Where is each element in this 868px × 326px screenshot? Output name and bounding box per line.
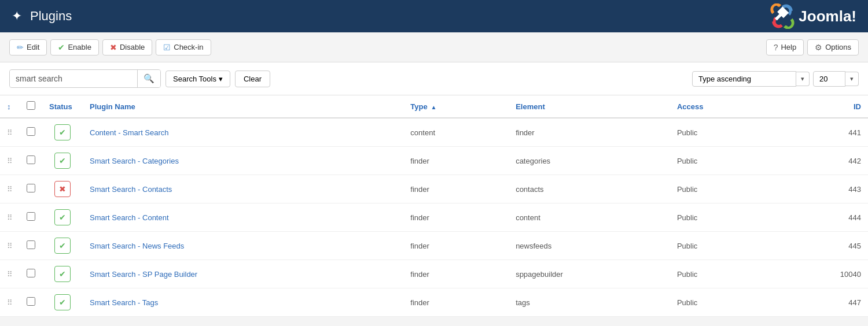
status-cell: ✔ bbox=[42, 203, 83, 232]
row-checkbox[interactable] bbox=[27, 155, 35, 164]
status-enabled-icon[interactable]: ✔ bbox=[54, 294, 71, 310]
access-cell: Public bbox=[670, 260, 776, 288]
sort-select[interactable]: Type ascending Type descending Name asce… bbox=[692, 71, 810, 87]
th-status[interactable]: Status bbox=[42, 95, 83, 118]
search-submit-button[interactable]: 🔍 bbox=[137, 70, 160, 87]
row-checkbox[interactable] bbox=[27, 297, 35, 306]
drag-handle[interactable]: ⠿ bbox=[0, 260, 20, 288]
limit-chevron-icon: ▾ bbox=[845, 72, 859, 86]
search-tools-button[interactable]: Search Tools ▾ bbox=[165, 71, 230, 87]
row-checkbox-cell bbox=[20, 118, 42, 147]
plugin-name-link[interactable]: Smart Search - Tags bbox=[90, 298, 158, 307]
drag-handle[interactable]: ⠿ bbox=[0, 203, 20, 232]
options-button[interactable]: ⚙ Options bbox=[807, 39, 859, 55]
row-checkbox[interactable] bbox=[27, 269, 35, 277]
plugin-name-link[interactable]: Smart Search - Categories bbox=[90, 157, 179, 165]
chevron-down-icon: ▾ bbox=[219, 75, 223, 83]
row-checkbox-cell bbox=[20, 147, 42, 175]
id-cell: 442 bbox=[776, 147, 868, 175]
element-cell: tags bbox=[509, 288, 670, 317]
edit-label: Edit bbox=[27, 43, 39, 51]
th-name[interactable]: Plugin Name bbox=[83, 95, 403, 118]
th-type[interactable]: Type ▲ bbox=[403, 95, 509, 118]
plugin-name-link[interactable]: Smart Search - Contacts bbox=[90, 185, 172, 194]
plugin-name-link[interactable]: Content - Smart Search bbox=[90, 128, 169, 137]
row-checkbox[interactable] bbox=[27, 212, 35, 221]
enable-button[interactable]: ✔ Enable bbox=[50, 39, 98, 55]
status-cell: ✔ bbox=[42, 232, 83, 260]
plugin-name-link[interactable]: Smart Search - News Feeds bbox=[90, 242, 184, 250]
drag-handle[interactable]: ⠿ bbox=[0, 175, 20, 203]
drag-handle[interactable]: ⠿ bbox=[0, 232, 20, 260]
type-cell: finder bbox=[403, 147, 509, 175]
table-row: ⠿ ✔ Smart Search - SP Page Builder finde… bbox=[0, 260, 868, 288]
edit-button[interactable]: ✏ Edit bbox=[9, 39, 47, 55]
drag-handle[interactable]: ⠿ bbox=[0, 118, 20, 147]
row-checkbox-cell bbox=[20, 232, 42, 260]
plugin-name-cell: Content - Smart Search bbox=[83, 118, 403, 147]
help-label: Help bbox=[781, 43, 796, 51]
element-cell: newsfeeds bbox=[509, 232, 670, 260]
sort-dropdown[interactable]: Type ascending Type descending Name asce… bbox=[692, 71, 796, 87]
element-cell: contacts bbox=[509, 175, 670, 203]
clear-button[interactable]: Clear bbox=[235, 71, 270, 87]
plugin-name-cell: Smart Search - Tags bbox=[83, 288, 403, 317]
limit-dropdown[interactable]: 20 5 10 15 25 50 100 bbox=[813, 71, 845, 87]
top-bar: ✦ Plugins Joomla! bbox=[0, 0, 868, 32]
th-element[interactable]: Element bbox=[509, 95, 670, 118]
status-disabled-icon[interactable]: ✖ bbox=[54, 181, 71, 197]
th-order[interactable]: ↕ bbox=[0, 95, 20, 118]
row-checkbox-cell bbox=[20, 175, 42, 203]
plugin-name-cell: Smart Search - SP Page Builder bbox=[83, 260, 403, 288]
plugin-name-cell: Smart Search - Categories bbox=[83, 147, 403, 175]
element-cell: sppagebuilder bbox=[509, 260, 670, 288]
element-cell: categories bbox=[509, 147, 670, 175]
plugins-table: ↕ Status Plugin Name Type ▲ Element bbox=[0, 95, 868, 317]
id-cell: 10040 bbox=[776, 260, 868, 288]
select-all-checkbox[interactable] bbox=[27, 101, 35, 110]
gear-icon: ⚙ bbox=[815, 43, 822, 52]
limit-select[interactable]: 20 5 10 15 25 50 100 ▾ bbox=[813, 71, 859, 87]
sort-chevron-icon: ▾ bbox=[796, 72, 810, 86]
type-cell: finder bbox=[403, 260, 509, 288]
drag-handle[interactable]: ⠿ bbox=[0, 288, 20, 317]
th-access[interactable]: Access bbox=[670, 95, 776, 118]
element-cell: content bbox=[509, 203, 670, 232]
status-cell: ✔ bbox=[42, 260, 83, 288]
row-checkbox[interactable] bbox=[27, 127, 35, 136]
toolbar-right: ? Help ⚙ Options bbox=[766, 39, 859, 55]
th-id[interactable]: ID bbox=[776, 95, 868, 118]
drag-handle[interactable]: ⠿ bbox=[0, 147, 20, 175]
help-icon: ? bbox=[774, 43, 778, 52]
status-enabled-icon[interactable]: ✔ bbox=[54, 124, 71, 140]
status-cell: ✔ bbox=[42, 118, 83, 147]
th-checkbox[interactable] bbox=[20, 95, 42, 118]
id-cell: 443 bbox=[776, 175, 868, 203]
help-button[interactable]: ? Help bbox=[766, 39, 804, 55]
plugin-name-link[interactable]: Smart Search - Content bbox=[90, 213, 169, 222]
search-input[interactable] bbox=[10, 71, 137, 87]
search-input-wrap: 🔍 bbox=[9, 69, 161, 88]
status-enabled-icon[interactable]: ✔ bbox=[54, 209, 71, 225]
access-cell: Public bbox=[670, 232, 776, 260]
plugin-name-link[interactable]: Smart Search - SP Page Builder bbox=[90, 270, 197, 279]
row-checkbox[interactable] bbox=[27, 240, 35, 249]
table-row: ⠿ ✔ Smart Search - Content finder conten… bbox=[0, 203, 868, 232]
row-checkbox[interactable] bbox=[27, 184, 35, 192]
options-label: Options bbox=[825, 43, 851, 51]
status-enabled-icon[interactable]: ✔ bbox=[54, 238, 71, 254]
checkin-button[interactable]: ☑ Check-in bbox=[156, 39, 211, 55]
disable-label: Disable bbox=[120, 43, 145, 51]
search-icon: 🔍 bbox=[144, 73, 155, 83]
disable-button[interactable]: ✖ Disable bbox=[102, 39, 152, 55]
star-icon: ✦ bbox=[12, 9, 22, 24]
checkin-label: Check-in bbox=[174, 43, 203, 51]
edit-icon: ✏ bbox=[17, 43, 24, 52]
plugin-name-cell: Smart Search - Content bbox=[83, 203, 403, 232]
id-cell: 441 bbox=[776, 118, 868, 147]
table-header: ↕ Status Plugin Name Type ▲ Element bbox=[0, 95, 868, 118]
status-enabled-icon[interactable]: ✔ bbox=[54, 153, 71, 169]
toolbar-left: ✏ Edit ✔ Enable ✖ Disable ☑ Check-in bbox=[9, 39, 211, 55]
status-enabled-icon[interactable]: ✔ bbox=[54, 266, 71, 282]
checkin-icon: ☑ bbox=[163, 43, 171, 52]
